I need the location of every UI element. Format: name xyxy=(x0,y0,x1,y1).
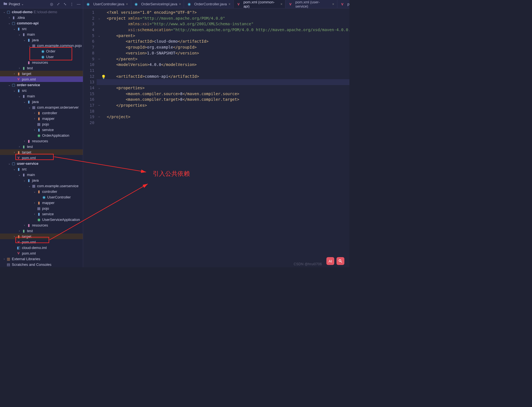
chevron-down-icon: ⌄ xyxy=(7,22,11,25)
locate-icon[interactable]: ◎ xyxy=(49,2,54,7)
tree-java-order[interactable]: ⌄ ▮ java xyxy=(0,99,83,104)
chevron-right-icon: › xyxy=(22,140,26,143)
tab-pom-user-service[interactable]: V pom.xml (user-service) × xyxy=(285,0,337,8)
code-lines[interactable]: ⌄⌄—⌄—— 💡 <?xml version="1.0" encoding="U… xyxy=(97,8,349,267)
tree-mapper-order[interactable]: › ▮ mapper xyxy=(0,116,83,121)
tree-target-user[interactable]: › ▮ target xyxy=(0,234,83,239)
tree-pom-order[interactable]: V pom.xml xyxy=(0,155,83,161)
tree-class-user[interactable]: ◉ User xyxy=(0,54,83,60)
project-dropdown[interactable]: Project ⌄ xyxy=(2,1,25,7)
folder-icon: ▮ xyxy=(16,88,21,93)
xml-icon: V xyxy=(340,2,345,6)
tree-target[interactable]: › ▮ target xyxy=(0,71,83,76)
close-icon[interactable]: × xyxy=(332,2,334,6)
resources-folder-icon: ▮ xyxy=(26,60,31,65)
tab-usercontroller[interactable]: ◉ UserController.java × xyxy=(83,0,131,8)
tree-class-order[interactable]: ◉ Order xyxy=(0,48,83,54)
tree-src-user[interactable]: ⌄ ▮ src xyxy=(0,166,83,172)
ai-icon[interactable]: AI xyxy=(326,257,334,265)
chevron-down-icon: ⌄ xyxy=(2,10,6,13)
tree-controller-user[interactable]: ⌄ ▮ controller xyxy=(0,189,83,194)
tree-pom-user[interactable]: V pom.xml xyxy=(0,239,83,245)
chevron-right-icon: › xyxy=(33,201,37,204)
tree-pkg-common[interactable]: ⌄ ▦ com.example.common.pojo xyxy=(0,43,83,48)
xml-icon: V xyxy=(16,251,21,255)
tree-main[interactable]: ⌄ ▮ main xyxy=(0,31,83,37)
close-icon[interactable]: × xyxy=(280,2,282,6)
tree-java-user[interactable]: ⌄ ▮ java xyxy=(0,177,83,183)
tree-resources-order[interactable]: › ▮ resources xyxy=(0,138,83,144)
hide-icon[interactable]: — xyxy=(76,2,81,7)
tree-java[interactable]: ⌄ ▮ java xyxy=(0,37,83,43)
tree-test[interactable]: › ▮ test xyxy=(0,65,83,71)
tree-mapper-user[interactable]: › ▮ mapper xyxy=(0,200,83,205)
chevron-down-icon: ⌄ xyxy=(17,33,21,36)
tree-main-order[interactable]: ⌄ ▮ main xyxy=(0,93,83,99)
collapse-icon[interactable]: ⤡ xyxy=(63,2,68,7)
code-editor[interactable]: 1234567891011121314151617181920 ⌄⌄—⌄—— 💡… xyxy=(83,8,349,267)
tree-pom-root[interactable]: V pom.xml xyxy=(0,250,83,256)
tree-user-app[interactable]: ◉ UserServiceApplication xyxy=(0,217,83,222)
tree-common-api[interactable]: ⌄ ▢ common-api xyxy=(0,20,83,26)
chevron-right-icon: › xyxy=(33,117,37,120)
iml-icon: ◧ xyxy=(16,245,21,250)
package-icon: ▦ xyxy=(31,105,36,109)
folder-icon: ▮ xyxy=(37,212,41,216)
folder-icon: ▮ xyxy=(16,26,21,31)
chevron-right-icon: › xyxy=(33,212,37,216)
tree-order-app[interactable]: ◉ OrderApplication xyxy=(0,132,83,138)
package-icon: ▦ xyxy=(37,206,41,211)
close-icon[interactable]: × xyxy=(228,2,230,6)
java-folder-icon: ▮ xyxy=(26,99,31,104)
folder-icon: ▮ xyxy=(37,200,41,205)
chevron-down-icon: ⌄ xyxy=(22,179,26,182)
tree-pkg-user[interactable]: ⌄ ▦ com.example.userservice xyxy=(0,183,83,189)
watermark: CSDN @hrui0706 xyxy=(294,262,322,266)
chevron-down-icon: ⌄ xyxy=(28,44,31,47)
tab-pom-trunc[interactable]: V pom.xn xyxy=(337,0,349,8)
tree-resources-user[interactable]: › ▮ resources xyxy=(0,222,83,228)
chevron-down-icon: ⌄ xyxy=(22,100,26,103)
expand-icon[interactable]: ⤢ xyxy=(56,2,61,7)
tree-pom-common[interactable]: V pom.xml xyxy=(0,76,83,82)
folder-icon: ▮ xyxy=(37,127,41,132)
tree-resources[interactable]: ▮ resources xyxy=(0,60,83,65)
tab-orderserviceimpl[interactable]: ◉ OrderServiceImpl.java × xyxy=(131,0,184,8)
tree-idea[interactable]: › ▮ .idea xyxy=(0,15,83,20)
target-folder-icon: ▮ xyxy=(16,234,21,239)
tab-pom-common-api[interactable]: V pom.xml (common-api) × xyxy=(234,0,286,8)
tree-service-order[interactable]: › ▮ service xyxy=(0,127,83,132)
folder-icon: ▮ xyxy=(21,32,26,36)
close-icon[interactable]: × xyxy=(179,2,181,6)
tree-user-service[interactable]: ⌄ ▢ user-service xyxy=(0,161,83,166)
tree-src[interactable]: ⌄ ▮ src xyxy=(0,26,83,31)
tree-scratches[interactable]: ▤ Scratches and Consoles xyxy=(0,262,83,267)
search-icon[interactable] xyxy=(337,257,344,265)
tree-test-order[interactable]: › ▮ test xyxy=(0,144,83,149)
tree-service-user[interactable]: › ▮ service xyxy=(0,211,83,217)
tree-test-user[interactable]: › ▮ test xyxy=(0,228,83,234)
line-gutter: 1234567891011121314151617181920 xyxy=(83,8,97,267)
tree-controller-order[interactable]: › ▮ controller xyxy=(0,110,83,116)
resources-folder-icon: ▮ xyxy=(26,139,31,143)
tree-src-order[interactable]: ⌄ ▮ src xyxy=(0,88,83,93)
tree-order-service[interactable]: ⌄ ▢ order-service xyxy=(0,82,83,88)
project-sidebar: Project ⌄ ◎ ⤢ ⤡ ⋮ — ⌄ ▢ cloud-demo E:\cl… xyxy=(0,0,83,267)
chevron-right-icon: › xyxy=(17,229,21,232)
tab-ordercontroller[interactable]: ◉ OrderController.java × xyxy=(184,0,233,8)
tree-pojo-order[interactable]: ▦ pojo xyxy=(0,121,83,127)
more-icon[interactable]: ⋮ xyxy=(69,2,74,7)
tree-ext-lib[interactable]: › ▥ External Libraries xyxy=(0,256,83,262)
tree-iml[interactable]: ◧ cloud-demo.iml xyxy=(0,245,83,250)
tree-main-user[interactable]: ⌄ ▮ main xyxy=(0,172,83,177)
close-icon[interactable]: × xyxy=(126,2,128,6)
tree-root[interactable]: ⌄ ▢ cloud-demo E:\cloud-demo xyxy=(0,9,83,15)
tree-pojo-user[interactable]: ▦ pojo xyxy=(0,205,83,211)
intention-bulb-icon[interactable]: 💡 xyxy=(101,74,106,80)
module-icon: ▢ xyxy=(6,10,11,14)
project-tree[interactable]: ⌄ ▢ cloud-demo E:\cloud-demo › ▮ .idea ⌄… xyxy=(0,8,83,267)
tree-pkg-order[interactable]: ⌄ ▦ com.examper.orderserver xyxy=(0,104,83,110)
tree-target-order[interactable]: › ▮ target xyxy=(0,149,83,155)
tree-user-controller[interactable]: ◉ UserController xyxy=(0,194,83,200)
chevron-right-icon: › xyxy=(17,145,21,148)
